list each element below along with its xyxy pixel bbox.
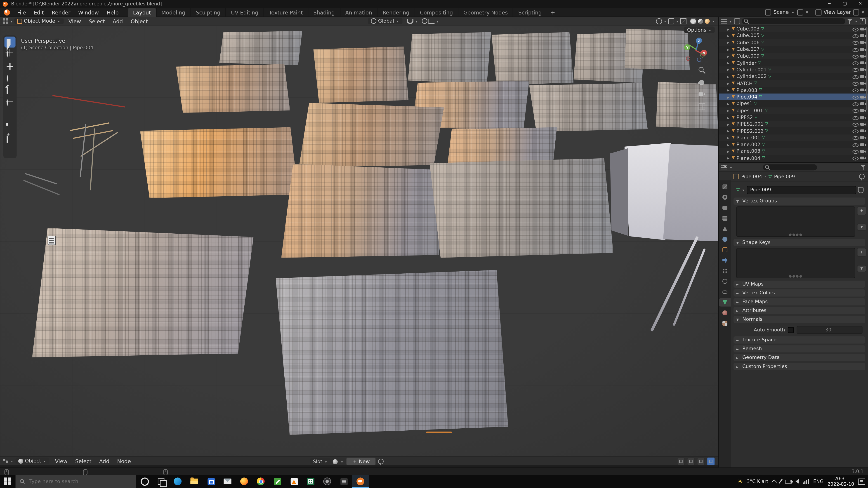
slab-face-bright[interactable] xyxy=(624,143,671,240)
expand-icon[interactable]: ▶ xyxy=(727,95,730,99)
panel-texture-space[interactable]: Texture Space xyxy=(734,336,865,344)
camera-view-icon[interactable] xyxy=(698,91,706,98)
outliner-row-plane-001[interactable]: ▶ ▼ Plane.001 ▽ xyxy=(719,134,868,141)
perspective-toggle-icon[interactable] xyxy=(698,103,706,111)
hide-in-viewport-icon[interactable] xyxy=(852,40,859,45)
move-tool[interactable] xyxy=(4,61,16,72)
viewport-menu-select[interactable]: Select xyxy=(85,16,109,26)
new-material-button[interactable]: ＋ New xyxy=(346,457,376,465)
taskbar-app-excel[interactable] xyxy=(302,475,319,488)
new-scene-icon[interactable] xyxy=(797,9,803,15)
outliner-row-plane-002[interactable]: ▶ ▼ Plane.002 ▽ xyxy=(719,141,868,148)
navigation-gizmo[interactable]: X Y Z xyxy=(684,38,708,62)
hide-in-viewport-icon[interactable] xyxy=(852,108,859,113)
hide-in-viewport-icon[interactable] xyxy=(852,121,859,127)
taskbar-app-store[interactable] xyxy=(203,475,219,488)
disable-in-render-icon[interactable] xyxy=(860,33,866,38)
gizmo-z-neg-ball[interactable] xyxy=(697,58,702,62)
snap-magnet-icon[interactable] xyxy=(407,19,413,24)
node-menu-node[interactable]: Node xyxy=(113,456,135,466)
expand-icon[interactable]: ▶ xyxy=(727,122,730,126)
outliner-row-plane-004[interactable]: ▶ ▼ Plane.004 ▽ xyxy=(719,155,868,162)
workspace-tab-texture-paint[interactable]: Texture Paint xyxy=(264,7,308,17)
chevron-down-icon[interactable]: ▾ xyxy=(742,188,744,192)
hide-in-viewport-icon[interactable] xyxy=(852,115,859,120)
fake-user-icon[interactable] xyxy=(858,187,864,193)
properties-search[interactable] xyxy=(763,164,817,170)
greeble-panel[interactable] xyxy=(32,228,254,357)
disable-in-render-icon[interactable] xyxy=(860,135,866,140)
greeble-panel[interactable] xyxy=(281,164,451,258)
disable-in-render-icon[interactable] xyxy=(860,87,866,93)
editor-type-icon[interactable] xyxy=(3,18,8,24)
outliner-search[interactable] xyxy=(742,18,845,24)
tab-physics[interactable] xyxy=(719,277,731,286)
workspace-tab-uv-editing[interactable]: UV Editing xyxy=(225,7,264,17)
disable-in-render-icon[interactable] xyxy=(860,156,866,161)
hide-in-viewport-icon[interactable] xyxy=(852,87,859,93)
taskbar-app-vlc[interactable] xyxy=(286,475,302,488)
options-dropdown[interactable]: Options▾ xyxy=(684,27,715,33)
gizmo-z-ball[interactable]: Z xyxy=(696,38,702,44)
resize-grip[interactable]: ●●●● xyxy=(789,274,803,278)
taskbar-app-mail[interactable] xyxy=(219,475,236,488)
greeble-panel[interactable] xyxy=(656,82,718,129)
expand-icon[interactable]: ▶ xyxy=(727,40,730,44)
expand-icon[interactable]: ▶ xyxy=(727,149,730,153)
view-layer-selector[interactable]: View Layer xyxy=(824,9,851,15)
menu-window[interactable]: Window xyxy=(74,7,103,17)
tab-tool[interactable] xyxy=(719,183,731,191)
add-cube-tool[interactable] xyxy=(4,134,16,145)
tab-material[interactable] xyxy=(719,309,731,317)
panel-geometry-data[interactable]: Geometry Data xyxy=(734,354,865,361)
transform-tool[interactable] xyxy=(4,97,16,108)
tab-constraints[interactable] xyxy=(719,288,731,296)
outliner-row-cylinder-002[interactable]: ▶ ▼ Cylinder.002 ▽ xyxy=(719,73,868,80)
pen-icon[interactable] xyxy=(778,479,782,484)
rotate-tool[interactable] xyxy=(4,73,16,84)
disable-in-render-icon[interactable] xyxy=(860,149,866,154)
material-shading-icon[interactable] xyxy=(698,19,703,24)
tab-object[interactable] xyxy=(719,246,731,254)
taskbar-app-task-view[interactable] xyxy=(153,475,169,488)
pin-icon[interactable] xyxy=(378,459,383,464)
panel-attributes[interactable]: Attributes xyxy=(734,307,865,314)
orientation-dropdown[interactable]: Global ▾ xyxy=(368,18,402,24)
shape-keys-list[interactable]: ●●●● xyxy=(736,248,855,278)
greeble-panel[interactable] xyxy=(299,103,444,167)
expand-icon[interactable]: ▶ xyxy=(727,88,730,92)
taskbar-app-file-explorer[interactable] xyxy=(186,475,203,488)
snap-toggle-icon[interactable] xyxy=(677,457,685,465)
scale-tool[interactable] xyxy=(4,85,16,96)
more-tools[interactable] xyxy=(4,146,16,157)
expand-icon[interactable]: ▶ xyxy=(727,27,730,31)
expand-icon[interactable]: ▶ xyxy=(727,108,730,112)
tab-object-data[interactable] xyxy=(719,298,731,306)
auto-smooth-angle-slider[interactable]: 30° xyxy=(797,326,862,333)
taskbar-search-input[interactable] xyxy=(28,478,132,485)
tab-output[interactable] xyxy=(719,203,731,212)
expand-icon[interactable]: ▶ xyxy=(727,74,730,78)
taskbar-search[interactable] xyxy=(16,475,136,488)
tab-modifiers[interactable] xyxy=(719,256,731,265)
outliner-row-pipes1-001[interactable]: ▶ ▼ pipes1.001 ▽ xyxy=(719,107,868,114)
expand-icon[interactable]: ▶ xyxy=(727,142,730,147)
node-menu-view[interactable]: View xyxy=(51,456,71,466)
expand-icon[interactable]: ▶ xyxy=(727,68,730,72)
add-workspace-button[interactable]: + xyxy=(547,7,559,17)
greeble-panel[interactable] xyxy=(492,32,574,85)
hide-in-viewport-icon[interactable] xyxy=(852,94,859,100)
disable-in-render-icon[interactable] xyxy=(860,67,866,72)
taskbar-app-chrome[interactable] xyxy=(252,475,269,488)
outliner-row-cylinder-001[interactable]: ▶ ▼ Cylinder.001 ▽ xyxy=(719,66,868,73)
outliner-search-input[interactable] xyxy=(751,19,843,24)
workspace-tab-geometry-nodes[interactable]: Geometry Nodes xyxy=(458,7,513,17)
expand-icon[interactable]: ▶ xyxy=(727,61,730,65)
new-view-layer-icon[interactable] xyxy=(853,9,859,15)
volume-icon[interactable] xyxy=(796,479,799,484)
outliner-row-pipes2-002[interactable]: ▶ ▼ PIPES2.002 ▽ xyxy=(719,127,868,134)
shading-dropdown-icon[interactable]: ▾ xyxy=(712,19,714,23)
minimize-button[interactable]: ─ xyxy=(822,0,837,8)
greeble-panel[interactable] xyxy=(219,31,302,65)
hide-in-viewport-icon[interactable] xyxy=(852,67,859,72)
